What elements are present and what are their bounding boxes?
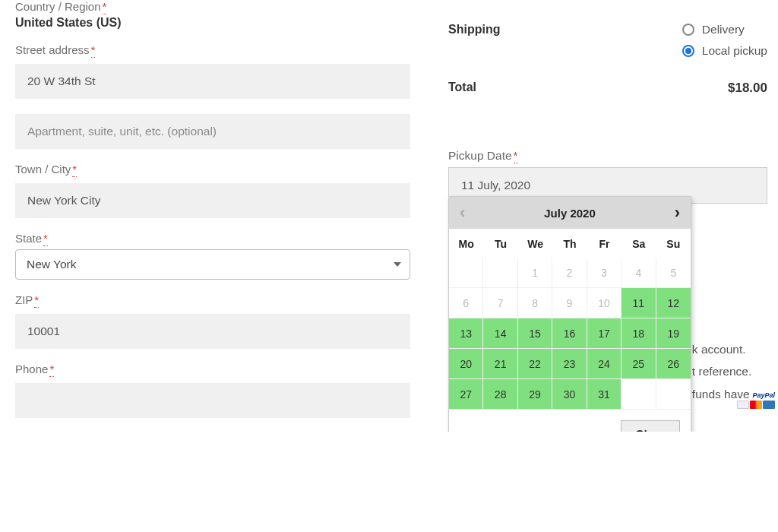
datepicker-dow: We: [518, 229, 552, 258]
datepicker-day-available[interactable]: 24: [587, 349, 621, 379]
mastercard-icon: [750, 401, 762, 409]
required-star: *: [514, 149, 518, 163]
total-value: $18.00: [728, 81, 767, 96]
payment-logos: PayPal: [737, 391, 775, 409]
state-select[interactable]: New York: [15, 249, 410, 280]
datepicker-dow: Fr: [587, 229, 621, 258]
datepicker-dow: Sa: [621, 229, 656, 258]
datepicker-day-available[interactable]: 16: [552, 318, 587, 349]
phone-label: Phone*: [15, 363, 410, 375]
datepicker-day-disabled: 10: [587, 288, 621, 318]
city-input[interactable]: [15, 183, 410, 218]
datepicker-day-blank: [621, 379, 656, 410]
required-star: *: [49, 363, 54, 377]
total-label: Total: [448, 81, 476, 94]
datepicker-day-disabled: 8: [518, 288, 552, 318]
zip-field: ZIP*: [15, 293, 410, 349]
datepicker-day-disabled: 1: [518, 258, 552, 288]
datepicker-header: ‹ July 2020 ›: [449, 197, 691, 229]
street2-input[interactable]: [15, 114, 410, 149]
datepicker-day-disabled: 2: [552, 258, 587, 288]
country-value: United States (US): [15, 16, 410, 30]
datepicker-day-disabled: 3: [587, 258, 621, 288]
datepicker-day-blank: [449, 258, 483, 288]
datepicker-day-available[interactable]: 27: [449, 379, 483, 410]
datepicker-dow: Tu: [483, 229, 517, 258]
pickup-date-label: Pickup Date*: [448, 149, 518, 162]
shipping-pickup-label: Local pickup: [702, 44, 767, 58]
street-field: Street address*: [15, 43, 410, 149]
required-star: *: [72, 163, 77, 177]
datepicker-day-available[interactable]: 21: [483, 349, 517, 379]
required-star: *: [34, 293, 39, 308]
state-label: State*: [15, 232, 410, 245]
city-field: Town / City*: [15, 163, 410, 218]
datepicker-footer: Clear: [449, 410, 691, 432]
country-field: Country / Region* United States (US): [15, 0, 410, 30]
datepicker-day-available[interactable]: 15: [518, 318, 552, 349]
zip-label: ZIP*: [15, 293, 410, 306]
datepicker-day-blank: [656, 379, 691, 410]
shipping-delivery-label: Delivery: [702, 23, 745, 36]
clear-button[interactable]: Clear: [621, 420, 680, 432]
country-label: Country / Region*: [15, 0, 410, 13]
datepicker-day-available[interactable]: 12: [656, 288, 691, 318]
datepicker-day-disabled: 4: [621, 258, 656, 288]
datepicker-month-title: July 2020: [544, 207, 596, 220]
required-star: *: [43, 232, 48, 246]
shipping-options: Delivery Local pickup: [682, 23, 767, 58]
shipping-pickup-option[interactable]: Local pickup: [682, 44, 767, 58]
datepicker-day-available[interactable]: 11: [621, 288, 656, 318]
datepicker-day-disabled: 6: [449, 288, 483, 318]
radio-icon: [682, 24, 694, 36]
chevron-left-icon: ‹: [460, 204, 465, 221]
phone-input[interactable]: [15, 383, 410, 418]
shipping-delivery-option[interactable]: Delivery: [682, 23, 767, 36]
street-input[interactable]: [15, 64, 410, 99]
total-row: Total $18.00: [448, 81, 767, 96]
phone-field: Phone*: [15, 363, 410, 418]
required-star: *: [91, 43, 96, 58]
pickup-date-block: Pickup Date* 11 July, 2020 ‹ July 2020 ›…: [448, 149, 767, 204]
state-value: New York: [15, 249, 410, 280]
datepicker-day-available[interactable]: 28: [483, 379, 517, 410]
amex-icon: [763, 401, 775, 409]
datepicker-dow: Mo: [449, 229, 483, 258]
datepicker-day-disabled: 7: [483, 288, 517, 318]
datepicker-day-blank: [483, 258, 517, 288]
datepicker-day-available[interactable]: 23: [552, 349, 587, 379]
shipping-row: Shipping Delivery Local pickup: [448, 23, 767, 58]
datepicker-dow: Th: [552, 229, 587, 258]
radio-checked-icon: [682, 45, 694, 57]
datepicker-day-available[interactable]: 17: [587, 318, 621, 349]
datepicker-day-available[interactable]: 14: [483, 318, 517, 349]
datepicker-day-available[interactable]: 29: [518, 379, 552, 410]
datepicker-days-grid: 1234567891011121314151617181920212223242…: [449, 258, 691, 410]
city-label: Town / City*: [15, 163, 410, 176]
paypal-logo: PayPal: [752, 391, 775, 399]
datepicker-day-available[interactable]: 22: [518, 349, 552, 379]
datepicker-dow-row: MoTuWeThFrSaSu: [449, 229, 691, 258]
state-field: State* New York: [15, 232, 410, 280]
zip-input[interactable]: [15, 314, 410, 349]
datepicker-day-available[interactable]: 13: [449, 318, 483, 349]
datepicker-day-disabled: 5: [656, 258, 691, 288]
datepicker-day-available[interactable]: 19: [656, 318, 691, 349]
datepicker-dow: Su: [656, 229, 691, 258]
datepicker-day-available[interactable]: 20: [449, 349, 483, 379]
datepicker-day-available[interactable]: 25: [621, 349, 656, 379]
datepicker-popup: ‹ July 2020 › MoTuWeThFrSaSu 12345678910…: [448, 196, 691, 432]
shipping-label: Shipping: [448, 23, 500, 36]
street-label: Street address*: [15, 43, 410, 56]
chevron-right-icon[interactable]: ›: [675, 204, 680, 221]
datepicker-day-disabled: 9: [552, 288, 587, 318]
datepicker-day-available[interactable]: 30: [552, 379, 587, 410]
required-star: *: [103, 0, 107, 14]
datepicker-day-available[interactable]: 18: [621, 318, 656, 349]
datepicker-day-available[interactable]: 26: [656, 349, 691, 379]
datepicker-day-available[interactable]: 31: [587, 379, 621, 410]
visa-icon: [737, 401, 749, 409]
